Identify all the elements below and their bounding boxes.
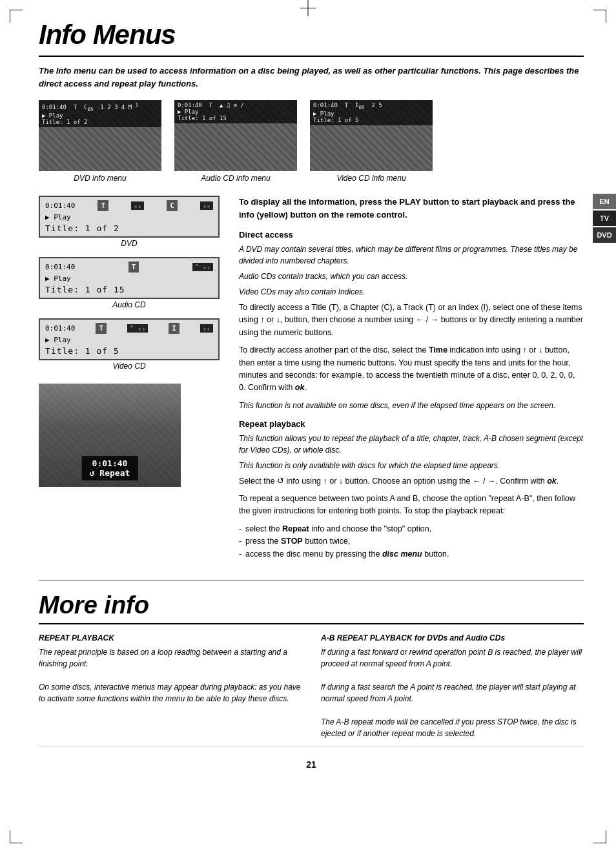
vcd-screenshot-overlay: 0:01:40 T I05 2 5 ▶ Play Title: 1 of 5 xyxy=(310,100,433,125)
acd-title-text: Title: 1 of 15 xyxy=(45,285,213,294)
acd-display-row1: 0:01:40 T ^ ₀₁ xyxy=(45,262,213,272)
da-para3: Video CDs may also contain Indices. xyxy=(239,286,584,298)
rp-para1: This function allows you to repeat the p… xyxy=(239,433,584,456)
acd-overlay-row3: Title: 1 of 15 xyxy=(178,115,294,121)
dvd-t-btn: T xyxy=(98,200,108,211)
rp-bullet-3: access the disc menu by pressing the dis… xyxy=(239,548,584,560)
vcd-info-box-wrapper: 0:01:40 T ^ ₀₃ I ₀₅ ▶ Play Title: 1 of 5… xyxy=(39,318,220,371)
acd-screenshot-img: 0:01:40 T ▲ ♫ ⊙ / ▶ Play Title: 1 of 15 xyxy=(174,100,297,171)
acd-overlay-row2: ▶ Play xyxy=(178,108,294,115)
page-container: Info Menus The Info menu can be used to … xyxy=(0,0,616,853)
more-info-section: More info REPEAT PLAYBACK The repeat pri… xyxy=(39,580,584,739)
dvd-title-text: Title: 1 of 2 xyxy=(45,223,213,233)
dvd-play: ▶ Play xyxy=(45,213,71,221)
vcd-title-text: Title: 1 of 5 xyxy=(45,346,213,356)
acd-t-btn: T xyxy=(128,262,139,272)
dvd-c-btn: C xyxy=(167,200,178,211)
acd-info-box-wrapper: 0:01:40 T ^ ₀₁ ▶ Play Title: 1 of 15 Aud… xyxy=(39,257,220,309)
dvd-t-num: ₀₁ xyxy=(131,201,144,210)
dvd-info-display: 0:01:40 T ₀₁ C ₀₅ ▶ Play Title: 1 of 2 xyxy=(39,196,220,238)
vcd-type-label: Video CD xyxy=(39,362,220,371)
vcd-t-btn: T xyxy=(96,323,107,334)
rp-para2: This function is only available with dis… xyxy=(239,460,584,471)
dvd-screenshot-caption: DVD info menu xyxy=(74,174,126,183)
mi-right-body3: The A-B repeat mode will be cancelled if… xyxy=(321,716,584,739)
da-para4: To directly access a Title (T), a Chapte… xyxy=(239,302,584,339)
acd-num: ^ ₀₁ xyxy=(192,263,213,271)
rp-bullet-1: select the Repeat info and choose the "s… xyxy=(239,523,584,535)
da-para5b: Time xyxy=(429,345,447,355)
dvd-overlay-row3: Title: 1 of 2 xyxy=(42,119,158,125)
repeat-playback-heading: Repeat playback xyxy=(239,419,584,429)
acd-time: 0:01:40 xyxy=(45,263,75,271)
vcd-overlay-row1: 0:01:40 T I05 2 5 xyxy=(313,102,429,110)
da-para5: To directly access another part of the d… xyxy=(239,344,584,395)
page-number: 21 xyxy=(39,759,584,770)
da-para1: A DVD may contain several titles, which … xyxy=(239,243,584,267)
acd-overlay-row1: 0:01:40 T ▲ ♫ ⊙ / xyxy=(178,102,294,108)
direct-access-heading: Direct access xyxy=(239,230,584,240)
vcd-play: ▶ Play xyxy=(45,336,71,344)
mi-left-heading: REPEAT PLAYBACK xyxy=(39,632,302,644)
screenshot-row: 0:01:40 T C05 1 2 3 4 M 1 ▶ Play Title: … xyxy=(39,100,584,183)
rp-para3a: Select the ↺ info using ↑ or ↓ button. C… xyxy=(239,477,547,486)
da-para2: Audio CDs contain tracks, which you can … xyxy=(239,271,584,282)
dvd-info-box-wrapper: 0:01:40 T ₀₁ C ₀₅ ▶ Play Title: 1 of 2 D… xyxy=(39,196,220,248)
dvd-display-row1: 0:01:40 T ₀₁ C ₀₅ xyxy=(45,200,213,211)
da-para6: This function is not available on some d… xyxy=(239,400,584,411)
acd-play: ▶ Play xyxy=(45,274,71,283)
dvd-screenshot-overlay: 0:01:40 T C05 1 2 3 4 M 1 ▶ Play Title: … xyxy=(39,100,161,127)
intro-text: The Info menu can be used to access info… xyxy=(39,65,584,90)
acd-display-row2: ▶ Play xyxy=(45,274,213,283)
right-column: To display all the information, press th… xyxy=(239,196,584,560)
left-column: 0:01:40 T ₀₁ C ₀₅ ▶ Play Title: 1 of 2 D… xyxy=(39,196,220,560)
vcd-screenshot-item: 0:01:40 T I05 2 5 ▶ Play Title: 1 of 5 V… xyxy=(310,100,433,183)
repeat-overlay: 0:01:40 ↺ Repeat xyxy=(82,456,138,480)
rp-para3c: . xyxy=(557,477,559,486)
dvd-type-label: DVD xyxy=(39,239,220,248)
mi-right-body1: If during a fast forward or rewind opera… xyxy=(321,646,584,670)
instruction-text: To display all the information, press th… xyxy=(239,196,584,221)
page-title: Info Menus xyxy=(39,19,584,57)
acd-screenshot-caption: Audio CD info menu xyxy=(201,174,270,183)
more-info-left-col: REPEAT PLAYBACK The repeat principle is … xyxy=(39,632,302,739)
mi-left-body2: On some discs, interactive menus may app… xyxy=(39,681,302,704)
vcd-i-num: ₀₅ xyxy=(200,324,213,333)
more-info-title: More info xyxy=(39,591,584,624)
dvd-overlay-row2: ▶ Play xyxy=(42,112,158,119)
rp-para4: To repeat a sequence between two points … xyxy=(239,493,584,518)
vcd-display-row1: 0:01:40 T ^ ₀₃ I ₀₅ xyxy=(45,323,213,334)
vcd-overlay-row2: ▶ Play xyxy=(313,110,429,117)
mi-left-body1: The repeat principle is based on a loop … xyxy=(39,646,302,670)
vcd-screenshot-caption: Video CD info menu xyxy=(336,174,406,183)
main-content: 0:01:40 T ₀₁ C ₀₅ ▶ Play Title: 1 of 2 D… xyxy=(39,196,584,560)
repeat-label: ↺ Repeat xyxy=(90,468,130,478)
mi-right-body2: If during a fast search the A point is r… xyxy=(321,681,584,704)
dvd-time: 0:01:40 xyxy=(45,201,75,210)
vcd-display-row2: ▶ Play xyxy=(45,336,213,344)
rp-bullet-2: press the STOP button twice, xyxy=(239,535,584,548)
vcd-info-display: 0:01:40 T ^ ₀₃ I ₀₅ ▶ Play Title: 1 of 5 xyxy=(39,318,220,360)
repeat-playback-image: 0:01:40 ↺ Repeat xyxy=(39,384,181,487)
more-info-columns: REPEAT PLAYBACK The repeat principle is … xyxy=(39,632,584,739)
acd-info-display: 0:01:40 T ^ ₀₁ ▶ Play Title: 1 of 15 xyxy=(39,257,220,299)
acd-type-label: Audio CD xyxy=(39,300,220,309)
da-para5d: ok xyxy=(295,383,305,392)
bottom-divider xyxy=(39,746,584,746)
vcd-t-num: ^ ₀₃ xyxy=(127,324,148,333)
da-para5e: . xyxy=(304,383,306,392)
vcd-overlay-row3: Title: 1 of 5 xyxy=(313,117,429,123)
dvd-overlay-row1: 0:01:40 T C05 1 2 3 4 M 1 xyxy=(42,102,158,112)
more-info-right-col: A-B REPEAT PLAYBACK for DVDs and Audio C… xyxy=(321,632,584,739)
acd-screenshot-item: 0:01:40 T ▲ ♫ ⊙ / ▶ Play Title: 1 of 15 … xyxy=(174,100,297,183)
rp-para3: Select the ↺ info using ↑ or ↓ button. C… xyxy=(239,475,584,488)
dvd-screenshot-item: 0:01:40 T C05 1 2 3 4 M 1 ▶ Play Title: … xyxy=(39,100,161,183)
rp-bullet-list: select the Repeat info and choose the "s… xyxy=(239,523,584,560)
rp-para3b: ok xyxy=(547,477,557,486)
repeat-time: 0:01:40 xyxy=(90,458,130,468)
dvd-display-row2: ▶ Play xyxy=(45,213,213,221)
mi-right-heading: A-B REPEAT PLAYBACK for DVDs and Audio C… xyxy=(321,632,584,644)
dvd-screenshot-img: 0:01:40 T C05 1 2 3 4 M 1 ▶ Play Title: … xyxy=(39,100,161,171)
da-para5a: To directly access another part of the d… xyxy=(239,345,429,355)
vcd-time: 0:01:40 xyxy=(45,324,75,333)
